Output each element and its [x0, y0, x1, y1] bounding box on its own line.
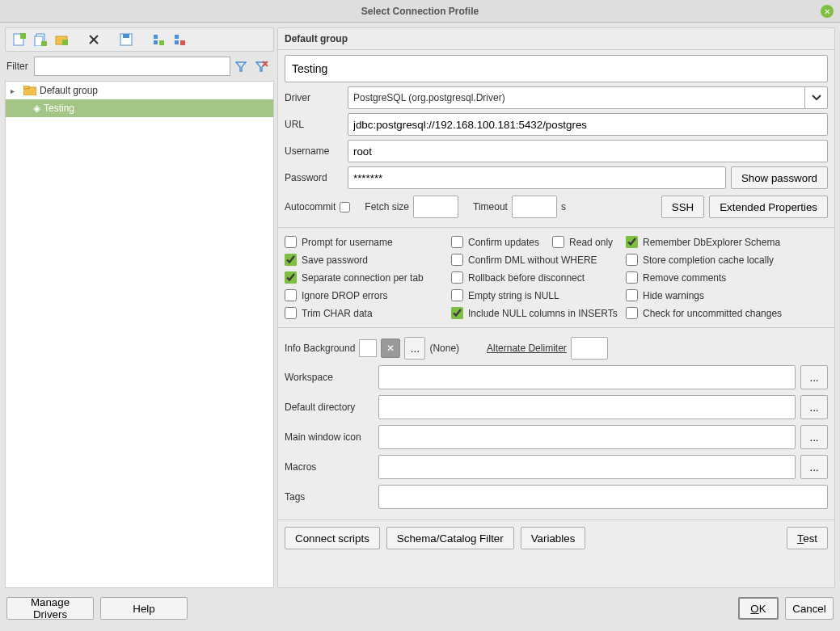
workspace-label: Workspace: [285, 372, 374, 383]
chk-prompt-username[interactable]: [285, 236, 297, 248]
chk-hide-warnings[interactable]: [626, 289, 638, 301]
profile-tree[interactable]: ▸ Default group ◈ Testing: [5, 81, 274, 588]
timeout-input[interactable]: [512, 196, 557, 218]
extended-properties-button[interactable]: Extended Properties: [709, 196, 828, 218]
svg-rect-11: [154, 35, 158, 39]
defdir-label: Default directory: [285, 402, 374, 413]
defdir-input[interactable]: [378, 395, 796, 419]
tree-group-label: Default group: [40, 85, 98, 96]
svg-rect-12: [154, 40, 158, 44]
chk-trim-char[interactable]: [285, 307, 297, 319]
new-folder-icon[interactable]: [53, 31, 70, 48]
tree-add-icon[interactable]: [150, 31, 167, 48]
cancel-button[interactable]: Cancel: [785, 597, 834, 620]
svg-rect-10: [123, 34, 129, 38]
save-icon[interactable]: [117, 31, 135, 48]
url-label: URL: [285, 119, 348, 130]
tree-group[interactable]: ▸ Default group: [6, 82, 273, 99]
connect-scripts-button[interactable]: Connect scripts: [285, 527, 380, 549]
chk-save-password[interactable]: [285, 254, 297, 266]
fetch-input[interactable]: [413, 196, 458, 218]
profile-name-input[interactable]: [285, 55, 828, 82]
new-profile-icon[interactable]: [11, 31, 28, 48]
defdir-browse-button[interactable]: ...: [800, 395, 828, 419]
fetch-label: Fetch size: [365, 201, 409, 212]
chk-rollback[interactable]: [451, 271, 463, 284]
chk-empty-null[interactable]: [451, 289, 463, 301]
chk-confirm-updates[interactable]: [451, 236, 463, 248]
workspace-input[interactable]: [378, 365, 796, 389]
chk-include-null[interactable]: [451, 307, 463, 319]
group-header: Default group: [278, 28, 834, 49]
chevron-down-icon[interactable]: [804, 87, 827, 108]
help-button[interactable]: Help: [100, 597, 188, 620]
manage-drivers-button[interactable]: Manage Drivers: [6, 597, 94, 620]
chk-store-cache[interactable]: [626, 254, 638, 266]
folder-icon: [23, 86, 36, 95]
schema-filter-button[interactable]: Schema/Catalog Filter: [386, 527, 514, 549]
svg-marker-17: [236, 62, 246, 71]
url-input[interactable]: [348, 113, 828, 136]
chk-separate-conn[interactable]: [285, 271, 297, 284]
close-icon[interactable]: ✕: [821, 5, 834, 18]
clear-color-icon[interactable]: ✕: [381, 339, 400, 358]
username-input[interactable]: [348, 140, 828, 162]
icon-input[interactable]: [378, 425, 796, 449]
show-password-button[interactable]: Show password: [731, 166, 828, 189]
tags-input[interactable]: [378, 485, 828, 509]
svg-rect-14: [175, 35, 179, 39]
workspace-browse-button[interactable]: ...: [800, 365, 828, 389]
funnel-icon[interactable]: [230, 57, 251, 75]
icon-label: Main window icon: [285, 431, 374, 443]
ssh-button[interactable]: SSH: [661, 196, 704, 218]
tree-remove-icon[interactable]: [171, 31, 188, 48]
delete-icon[interactable]: [85, 31, 103, 48]
svg-rect-6: [62, 40, 68, 45]
tree-item-selected[interactable]: ◈ Testing: [6, 99, 273, 117]
tree-item-label: Testing: [44, 103, 74, 114]
macros-input[interactable]: [378, 455, 796, 479]
title-bar: Select Connection Profile ✕: [0, 0, 840, 23]
username-label: Username: [285, 145, 348, 157]
password-input[interactable]: [348, 166, 726, 189]
chk-uncommitted[interactable]: [626, 307, 638, 319]
profile-toolbar: [5, 27, 274, 52]
svg-rect-16: [180, 40, 185, 45]
copy-profile-icon[interactable]: [32, 31, 49, 48]
svg-rect-4: [41, 41, 47, 46]
filter-input[interactable]: [34, 57, 230, 76]
test-button[interactable]: Test: [787, 527, 828, 549]
svg-rect-22: [23, 86, 29, 89]
ok-button[interactable]: OK: [738, 597, 779, 620]
driver-label: Driver: [285, 92, 348, 103]
chk-ignore-drop[interactable]: [285, 289, 297, 301]
svg-rect-1: [20, 33, 26, 39]
timeout-label: Timeout: [473, 201, 508, 212]
funnel-clear-icon[interactable]: [251, 57, 272, 75]
chk-readonly[interactable]: [552, 236, 564, 248]
window-title: Select Connection Profile: [361, 6, 479, 17]
chk-confirm-dml[interactable]: [451, 254, 463, 266]
icon-browse-button[interactable]: ...: [800, 425, 828, 449]
expand-icon[interactable]: ▸: [11, 86, 20, 95]
alt-delimiter-label[interactable]: Alternate Delimiter: [487, 343, 567, 354]
svg-rect-15: [175, 40, 179, 44]
dialog-footer: Manage Drivers Help OK Cancel: [0, 593, 840, 624]
alt-delimiter-input[interactable]: [571, 337, 608, 360]
password-label: Password: [285, 172, 348, 183]
color-browse-button[interactable]: ...: [404, 337, 425, 360]
info-bg-label: Info Background: [285, 343, 355, 354]
chk-remember-schema[interactable]: [626, 236, 638, 248]
chk-remove-comments[interactable]: [626, 271, 638, 284]
connection-icon: ◈: [33, 103, 40, 114]
variables-button[interactable]: Variables: [521, 527, 586, 549]
macros-browse-button[interactable]: ...: [800, 455, 828, 479]
svg-rect-13: [159, 40, 164, 45]
color-none-label: (None): [429, 343, 459, 354]
filter-label: Filter: [6, 61, 34, 72]
color-swatch[interactable]: [359, 339, 377, 357]
tags-label: Tags: [285, 491, 374, 503]
macros-label: Macros: [285, 461, 374, 473]
autocommit-checkbox[interactable]: [340, 202, 350, 212]
driver-select[interactable]: PostgreSQL (org.postgresql.Driver): [348, 86, 828, 109]
